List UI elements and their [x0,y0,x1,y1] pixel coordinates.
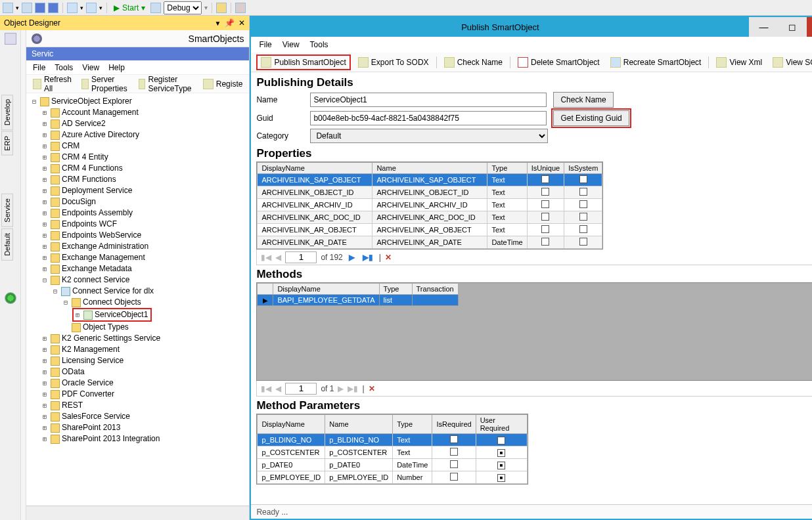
background-tab-service[interactable]: Servic [26,47,249,60]
properties-grid[interactable]: DisplayNameNameTypeIsUniqueIsSystemARCHI… [256,162,603,249]
config-select[interactable]: Debug [164,1,202,14]
tree-node[interactable]: CRM [62,141,79,152]
menu-view[interactable]: View [82,63,99,72]
pager-first-icon[interactable]: ▮◀ [261,253,271,262]
checkbox[interactable] [541,188,549,196]
tree-node[interactable]: Licensing Service [62,355,124,366]
selected-serviceobject1[interactable]: ⊞ServiceObject1 [72,308,152,322]
panel-close-icon[interactable]: ✕ [238,18,245,28]
vtab-default[interactable]: Default [1,228,13,261]
table-row[interactable]: ARCHIVELINK_SAP_OBJECTARCHIVELINK_SAP_OB… [258,174,602,186]
vtab-develop[interactable]: Develop [1,95,13,130]
wmenu-tools[interactable]: Tools [310,40,328,49]
table-row[interactable]: ARCHIVELINK_OBJECT_IDARCHIVELINK_OBJECT_… [258,186,602,199]
menu-tools[interactable]: Tools [55,63,73,72]
tree-node[interactable]: CRM 4 Entity [62,152,108,163]
col-header[interactable]: IsUnique [527,163,564,174]
tree-node[interactable]: Endpoints WebService [62,230,141,241]
table-row[interactable]: ARCHIVELINK_ARCHIV_IDARCHIVELINK_ARCHIV_… [258,199,602,211]
pager-last-icon[interactable]: ▶▮ [361,253,375,262]
tree-node[interactable]: Oracle Service [62,378,114,389]
pager-prev-icon[interactable]: ◀ [275,253,281,262]
delete-smartobject-button[interactable]: Delete SmartObject [514,54,603,70]
get-existing-guid-button[interactable]: Get Existing Guid [553,110,629,126]
window-close-button[interactable]: ✕ [807,17,812,37]
table-row[interactable]: ARCHIVELINK_AR_OBJECTARCHIVELINK_AR_OBJE… [258,224,602,236]
checkbox[interactable] [450,448,458,456]
window-maximize-button[interactable]: ◻ [778,17,807,37]
tree-node[interactable]: AD Service2 [62,118,106,129]
new-icon[interactable] [3,3,13,13]
pager-next-icon[interactable]: ▶ [347,253,357,262]
register-more-button[interactable]: Registe [200,77,246,91]
params-grid[interactable]: DisplayNameNameTypeIsRequiredUser Requir… [256,414,528,485]
window-minimize-button[interactable]: — [749,17,778,37]
methods-grid[interactable]: DisplayNameTypeTransaction▶BAPI_EMPLOYEE… [256,282,812,381]
toolbox-icon[interactable] [216,3,227,13]
tree-node[interactable]: REST [62,400,83,411]
col-header[interactable]: DisplayName [273,284,379,295]
tree-node[interactable]: Exchange Metadata [62,263,132,274]
refresh-all-button[interactable]: Refresh All [30,77,76,91]
table-row[interactable]: p_DATE0p_DATE0DateTime [258,459,527,471]
tree-node[interactable]: DocuSign [62,196,96,207]
checkbox[interactable] [579,213,587,221]
checkbox[interactable] [497,437,505,444]
mpager-prev-icon[interactable]: ◀ [275,384,281,393]
register-servicetype-button[interactable]: Register ServiceType [136,77,198,91]
mpager-first-icon[interactable]: ▮◀ [261,384,271,393]
guid-input[interactable] [310,111,547,125]
recreate-smartobject-button[interactable]: Recreate SmartObject [607,54,705,70]
tree-node[interactable]: CRM 4 Functions [62,163,123,174]
col-header[interactable]: IsSystem [564,163,602,174]
tree-k2connect[interactable]: K2 connect Service [62,274,129,286]
save-all-icon[interactable] [48,3,58,13]
checkbox[interactable] [541,213,549,221]
tree-node[interactable]: PDF Converter [62,389,114,400]
col-header[interactable]: IsRequired [432,415,476,434]
name-input[interactable] [310,93,547,107]
tree-object-types[interactable]: Object Types [83,322,129,333]
tree-node[interactable]: OData [62,366,85,378]
view-sodx-button[interactable]: View SODX [769,54,812,70]
tab-smartobjects[interactable]: SmartObjects [47,33,244,44]
menu-file[interactable]: File [33,63,45,72]
check-name-button-2[interactable]: Check Name [553,92,613,108]
col-header[interactable]: Name [325,415,393,434]
tree-node[interactable]: K2 Management [62,344,120,355]
col-header[interactable]: Type [487,163,527,174]
tree-node[interactable]: Exchange Administration [62,241,148,252]
panel-dropdown-icon[interactable]: ▼ [215,20,221,27]
tree-connect-objects[interactable]: Connect Objects [83,297,141,308]
checkbox[interactable] [497,462,505,469]
tree-node[interactable]: Account Management [62,107,139,118]
start-debug-button[interactable]: ▶ Start ▾ [111,1,148,14]
category-select[interactable]: Default [310,129,548,143]
checkbox[interactable] [450,460,458,468]
panel-pin-icon[interactable]: 📌 [225,18,235,28]
pager-delete-icon[interactable]: ✕ [385,253,392,262]
mpager-page-input[interactable] [285,383,317,395]
undo-icon[interactable] [67,3,78,13]
gutter-icon-1[interactable] [5,33,16,45]
checkbox[interactable] [541,225,549,233]
window-titlebar[interactable]: Publish SmartObject — ◻ ✕ [251,17,812,37]
checkbox[interactable] [579,175,587,183]
tree-node[interactable]: K2 Generic Settings Service [62,333,160,344]
pager-page-input[interactable] [285,251,317,263]
table-row[interactable]: p_COSTCENTERp_COSTCENTERText [258,446,527,459]
tree-node[interactable]: CRM Functions [62,174,116,185]
col-header[interactable]: DisplayName [258,163,372,174]
tree-node[interactable]: SharePoint 2013 Integration [62,433,160,444]
service-tree[interactable]: ⊟ServiceObject Explorer ⊞Account Managem… [26,93,249,506]
checkbox[interactable] [497,449,505,457]
tree-connect-svc[interactable]: Connect Service for dlx [72,286,154,297]
mpager-delete-icon[interactable]: ✕ [369,384,375,393]
tree-node[interactable]: Deployment Service [62,185,132,196]
tree-node[interactable]: Endpoints WCF [62,219,117,230]
server-props-button[interactable]: Server Properties [79,77,133,91]
check-name-button[interactable]: Check Name [441,54,506,70]
checkbox[interactable] [579,238,587,246]
view-xml-button[interactable]: View Xml [713,54,765,70]
mpager-next-icon[interactable]: ▶ [338,384,344,393]
